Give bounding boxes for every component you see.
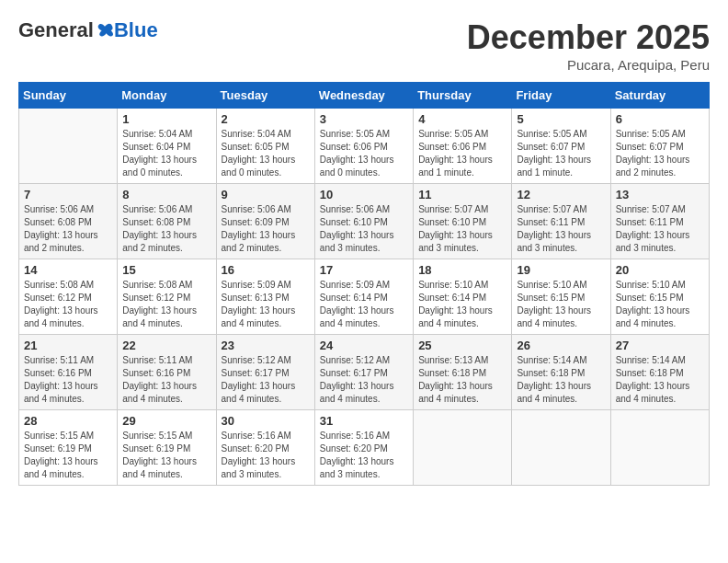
calendar-cell: 2Sunrise: 5:04 AM Sunset: 6:05 PM Daylig…: [216, 109, 314, 184]
calendar-table: SundayMondayTuesdayWednesdayThursdayFrid…: [18, 82, 710, 486]
col-header-friday: Friday: [512, 83, 610, 109]
calendar-cell: 12Sunrise: 5:07 AM Sunset: 6:11 PM Dayli…: [512, 184, 610, 259]
day-info: Sunrise: 5:09 AM Sunset: 6:13 PM Dayligh…: [222, 279, 310, 330]
calendar-cell: 16Sunrise: 5:09 AM Sunset: 6:13 PM Dayli…: [216, 259, 314, 335]
day-number: 19: [517, 263, 605, 277]
calendar-header-row: SundayMondayTuesdayWednesdayThursdayFrid…: [19, 83, 710, 109]
day-number: 7: [24, 188, 112, 201]
day-info: Sunrise: 5:05 AM Sunset: 6:07 PM Dayligh…: [616, 128, 704, 179]
day-info: Sunrise: 5:13 AM Sunset: 6:18 PM Dayligh…: [418, 354, 506, 406]
day-info: Sunrise: 5:06 AM Sunset: 6:08 PM Dayligh…: [24, 203, 112, 255]
calendar-cell: 7Sunrise: 5:06 AM Sunset: 6:08 PM Daylig…: [19, 184, 118, 259]
day-info: Sunrise: 5:06 AM Sunset: 6:08 PM Dayligh…: [122, 203, 210, 255]
calendar-cell: 26Sunrise: 5:14 AM Sunset: 6:18 PM Dayli…: [512, 335, 610, 410]
day-number: 27: [616, 339, 704, 352]
day-info: Sunrise: 5:16 AM Sunset: 6:20 PM Dayligh…: [320, 430, 408, 481]
day-number: 6: [616, 112, 704, 126]
day-number: 21: [24, 339, 112, 352]
day-info: Sunrise: 5:06 AM Sunset: 6:09 PM Dayligh…: [222, 203, 310, 255]
calendar-cell: 10Sunrise: 5:06 AM Sunset: 6:10 PM Dayli…: [314, 184, 413, 259]
day-number: 25: [418, 339, 506, 352]
day-number: 13: [616, 188, 704, 201]
day-info: Sunrise: 5:04 AM Sunset: 6:04 PM Dayligh…: [122, 128, 210, 179]
day-info: Sunrise: 5:06 AM Sunset: 6:10 PM Dayligh…: [320, 203, 408, 255]
logo-general-text: General: [18, 18, 94, 42]
day-info: Sunrise: 5:05 AM Sunset: 6:06 PM Dayligh…: [320, 128, 408, 179]
calendar-cell: 4Sunrise: 5:05 AM Sunset: 6:06 PM Daylig…: [414, 109, 512, 184]
day-number: 24: [320, 339, 408, 352]
day-info: Sunrise: 5:05 AM Sunset: 6:06 PM Dayligh…: [418, 128, 506, 179]
logo: General Blue: [18, 18, 158, 42]
calendar-cell: 17Sunrise: 5:09 AM Sunset: 6:14 PM Dayli…: [314, 259, 413, 335]
calendar-cell: 29Sunrise: 5:15 AM Sunset: 6:19 PM Dayli…: [118, 410, 216, 486]
calendar-cell: 30Sunrise: 5:16 AM Sunset: 6:20 PM Dayli…: [216, 410, 314, 486]
col-header-saturday: Saturday: [610, 83, 709, 109]
calendar-cell: 22Sunrise: 5:11 AM Sunset: 6:16 PM Dayli…: [118, 335, 216, 410]
calendar-cell: 27Sunrise: 5:14 AM Sunset: 6:18 PM Dayli…: [610, 335, 709, 410]
day-info: Sunrise: 5:08 AM Sunset: 6:12 PM Dayligh…: [24, 279, 112, 330]
day-number: 16: [222, 263, 310, 277]
day-info: Sunrise: 5:08 AM Sunset: 6:12 PM Dayligh…: [122, 279, 210, 330]
calendar-cell: 31Sunrise: 5:16 AM Sunset: 6:20 PM Dayli…: [314, 410, 413, 486]
location: Pucara, Arequipa, Peru: [467, 57, 710, 73]
day-number: 14: [24, 263, 112, 277]
day-number: 11: [418, 188, 506, 201]
logo-blue-text: Blue: [114, 18, 158, 42]
calendar-cell: 14Sunrise: 5:08 AM Sunset: 6:12 PM Dayli…: [19, 259, 118, 335]
day-number: 8: [122, 188, 210, 201]
col-header-thursday: Thursday: [414, 83, 512, 109]
day-number: 17: [320, 263, 408, 277]
day-info: Sunrise: 5:05 AM Sunset: 6:07 PM Dayligh…: [517, 128, 605, 179]
calendar-cell: 8Sunrise: 5:06 AM Sunset: 6:08 PM Daylig…: [118, 184, 216, 259]
day-number: 18: [418, 263, 506, 277]
calendar-week-row: 28Sunrise: 5:15 AM Sunset: 6:19 PM Dayli…: [19, 410, 710, 486]
calendar-cell: 13Sunrise: 5:07 AM Sunset: 6:11 PM Dayli…: [610, 184, 709, 259]
calendar-cell: 25Sunrise: 5:13 AM Sunset: 6:18 PM Dayli…: [414, 335, 512, 410]
col-header-monday: Monday: [118, 83, 216, 109]
calendar-cell: 18Sunrise: 5:10 AM Sunset: 6:14 PM Dayli…: [414, 259, 512, 335]
day-number: 23: [222, 339, 310, 352]
calendar-week-row: 1Sunrise: 5:04 AM Sunset: 6:04 PM Daylig…: [19, 109, 710, 184]
day-info: Sunrise: 5:07 AM Sunset: 6:11 PM Dayligh…: [616, 203, 704, 255]
day-number: 20: [616, 263, 704, 277]
day-info: Sunrise: 5:04 AM Sunset: 6:05 PM Dayligh…: [222, 128, 310, 179]
day-info: Sunrise: 5:12 AM Sunset: 6:17 PM Dayligh…: [320, 354, 408, 406]
calendar-cell: 19Sunrise: 5:10 AM Sunset: 6:15 PM Dayli…: [512, 259, 610, 335]
day-info: Sunrise: 5:10 AM Sunset: 6:15 PM Dayligh…: [616, 279, 704, 330]
calendar-cell: [19, 109, 118, 184]
day-info: Sunrise: 5:07 AM Sunset: 6:10 PM Dayligh…: [418, 203, 506, 255]
calendar-week-row: 14Sunrise: 5:08 AM Sunset: 6:12 PM Dayli…: [19, 259, 710, 335]
day-info: Sunrise: 5:10 AM Sunset: 6:14 PM Dayligh…: [418, 279, 506, 330]
day-number: 5: [517, 112, 605, 126]
calendar-week-row: 7Sunrise: 5:06 AM Sunset: 6:08 PM Daylig…: [19, 184, 710, 259]
day-info: Sunrise: 5:14 AM Sunset: 6:18 PM Dayligh…: [616, 354, 704, 406]
calendar-cell: 23Sunrise: 5:12 AM Sunset: 6:17 PM Dayli…: [216, 335, 314, 410]
day-number: 2: [222, 112, 310, 126]
day-number: 1: [122, 112, 210, 126]
day-info: Sunrise: 5:12 AM Sunset: 6:17 PM Dayligh…: [222, 354, 310, 406]
day-number: 22: [122, 339, 210, 352]
day-number: 29: [122, 414, 210, 428]
bird-icon: [96, 22, 114, 39]
calendar-cell: 28Sunrise: 5:15 AM Sunset: 6:19 PM Dayli…: [19, 410, 118, 486]
day-info: Sunrise: 5:11 AM Sunset: 6:16 PM Dayligh…: [24, 354, 112, 406]
day-number: 26: [517, 339, 605, 352]
day-info: Sunrise: 5:09 AM Sunset: 6:14 PM Dayligh…: [320, 279, 408, 330]
calendar-cell: [512, 410, 610, 486]
col-header-wednesday: Wednesday: [314, 83, 413, 109]
day-number: 4: [418, 112, 506, 126]
title-area: December 2025 Pucara, Arequipa, Peru: [467, 18, 710, 73]
calendar-cell: 5Sunrise: 5:05 AM Sunset: 6:07 PM Daylig…: [512, 109, 610, 184]
calendar-cell: 9Sunrise: 5:06 AM Sunset: 6:09 PM Daylig…: [216, 184, 314, 259]
day-number: 31: [320, 414, 408, 428]
day-info: Sunrise: 5:07 AM Sunset: 6:11 PM Dayligh…: [517, 203, 605, 255]
col-header-tuesday: Tuesday: [216, 83, 314, 109]
day-info: Sunrise: 5:14 AM Sunset: 6:18 PM Dayligh…: [517, 354, 605, 406]
day-number: 10: [320, 188, 408, 201]
col-header-sunday: Sunday: [19, 83, 118, 109]
calendar-week-row: 21Sunrise: 5:11 AM Sunset: 6:16 PM Dayli…: [19, 335, 710, 410]
day-number: 15: [122, 263, 210, 277]
calendar-cell: 24Sunrise: 5:12 AM Sunset: 6:17 PM Dayli…: [314, 335, 413, 410]
month-title: December 2025: [467, 18, 710, 57]
day-info: Sunrise: 5:16 AM Sunset: 6:20 PM Dayligh…: [222, 430, 310, 481]
